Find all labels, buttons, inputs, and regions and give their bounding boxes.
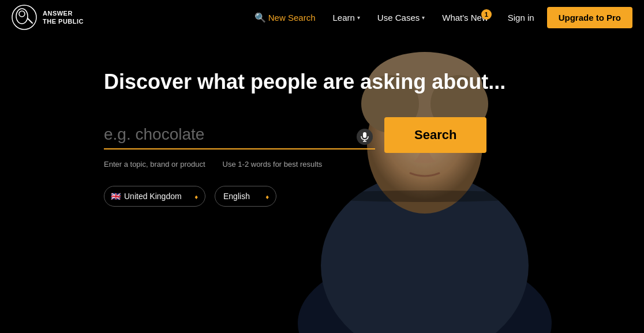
search-input-wrapper	[104, 121, 375, 149]
logo-text: ANSWER THE PUBLIC	[43, 9, 84, 26]
svg-line-17	[28, 18, 32, 23]
microphone-svg	[361, 132, 369, 142]
language-dropdown-wrapper: English French German Spanish ⬧	[215, 186, 276, 207]
upgrade-to-pro-button[interactable]: Upgrade to Pro	[547, 7, 632, 28]
country-select[interactable]: United Kingdom United States Australia C…	[104, 186, 205, 207]
country-dropdown-wrapper: 🇬🇧 United Kingdom United States Australi…	[104, 186, 205, 207]
navbar: ANSWER THE PUBLIC 🔍 New Search Learn ▾ U…	[0, 0, 644, 35]
use-cases-chevron-icon: ▾	[422, 14, 425, 21]
mic-icon[interactable]	[357, 129, 373, 145]
hero-headline: Discover what people are asking about...	[104, 69, 508, 94]
search-button[interactable]: Search	[384, 117, 486, 153]
use-cases-nav-link[interactable]: Use Cases ▾	[370, 8, 432, 27]
hero-content: Discover what people are asking about...…	[0, 35, 644, 207]
whats-new-wrapper: What's New 1	[435, 8, 495, 27]
search-hints: Enter a topic, brand or product Use 1-2 …	[104, 160, 644, 169]
svg-rect-18	[363, 132, 366, 138]
search-icon-nav: 🔍	[254, 12, 266, 23]
dropdowns-row: 🇬🇧 United Kingdom United States Australi…	[104, 186, 644, 207]
learn-nav-link[interactable]: Learn ▾	[325, 8, 366, 27]
new-search-nav-link[interactable]: 🔍 New Search	[248, 8, 323, 28]
sign-in-button[interactable]: Sign in	[499, 8, 544, 27]
learn-chevron-icon: ▾	[357, 14, 360, 21]
logo[interactable]: ANSWER THE PUBLIC	[12, 5, 84, 30]
search-section: Search	[104, 117, 644, 153]
svg-point-16	[19, 11, 25, 17]
notification-badge: 1	[481, 9, 492, 20]
search-hint-words: Use 1-2 words for best results	[223, 160, 323, 169]
search-input[interactable]	[104, 121, 375, 149]
nav-links: 🔍 New Search Learn ▾ Use Cases ▾ What's …	[248, 7, 632, 28]
logo-icon	[12, 5, 37, 30]
language-select[interactable]: English French German Spanish	[215, 186, 276, 207]
search-hint-topic: Enter a topic, brand or product	[104, 160, 205, 169]
